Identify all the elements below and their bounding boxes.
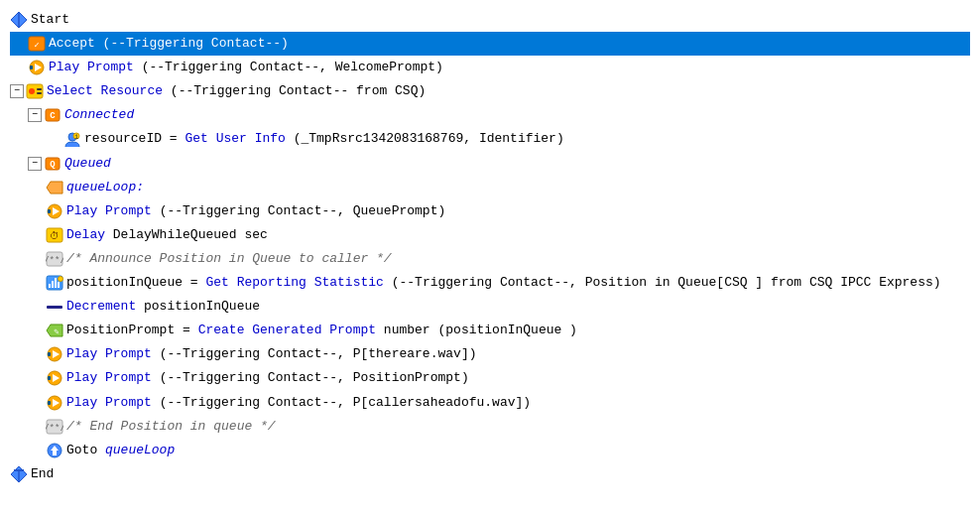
svg-rect-20 [48,209,51,213]
svg-rect-10 [37,92,42,94]
expand-btn[interactable]: − [28,157,42,171]
tree-row[interactable]: Play Prompt (--Triggering Contact--, Pos… [10,366,970,390]
node-label: Accept (--Triggering Contact--) [49,33,289,55]
svg-rect-27 [52,281,54,288]
node-label: Queued [64,153,111,175]
node-label: /* End Position in queue */ [66,416,276,438]
tree-row[interactable]: Goto queueLoop [10,439,970,462]
play-prompt-icon [46,202,63,220]
svg-text:✎: ✎ [54,327,60,337]
label-icon [46,179,63,196]
goto-icon [46,442,63,459]
svg-rect-6 [30,65,33,69]
node-label: Start [31,9,69,31]
node-label: Decrement positionInQueue [66,296,260,318]
svg-text:⏱: ⏱ [50,231,60,242]
connected-icon: C [44,106,61,124]
svg-rect-46 [53,451,57,455]
decrement-icon [46,298,63,316]
tree-row[interactable]: queueLoop: [10,176,970,199]
node-label: End [31,463,54,485]
svg-point-8 [29,88,35,94]
tree-row[interactable]: − Q Queued [10,152,970,176]
node-label: Goto queueLoop [66,440,175,461]
end-icon [10,465,28,483]
tree-row[interactable]: − C Connected [10,103,970,127]
tree-row[interactable]: ⏱ Delay DelayWhileQueued sec [10,223,970,247]
node-label: Play Prompt (--Triggering Contact--, Wel… [49,57,443,78]
node-label: Delay DelayWhileQueued sec [66,224,268,246]
svg-rect-29 [58,282,60,288]
svg-rect-31 [47,306,62,309]
accept-row[interactable]: ✓ Accept (--Triggering Contact--) [10,32,970,56]
comment-icon: /**/ [46,250,63,268]
expand-btn[interactable]: − [10,84,24,98]
node-label: Play Prompt (--Triggering Contact--, Que… [66,200,445,222]
tree-row[interactable]: /**/ /* Announce Position in Queue to ca… [10,247,970,271]
node-label: queueLoop: [66,177,144,198]
play-prompt-icon [46,369,63,387]
tree-row[interactable]: − Select Resource (--Triggering Contact-… [10,79,970,103]
tree-row[interactable]: ✎ PositionPrompt = Create Generated Prom… [10,319,970,342]
svg-text:✓: ✓ [34,41,39,51]
svg-text:/**/: /**/ [46,424,63,434]
svg-text:i: i [74,133,78,141]
select-resource-icon [26,82,44,100]
create-prompt-icon: ✎ [46,322,63,339]
tree-row[interactable]: Start [10,8,970,32]
tree-row[interactable]: positionInQueue = Get Reporting Statisti… [10,271,970,295]
expand-btn[interactable]: − [28,108,42,122]
node-label: positionInQueue = Get Reporting Statisti… [66,272,941,294]
tree-row[interactable]: i resourceID = Get User Info (_TmpRsrc13… [10,127,970,151]
svg-text:/**/: /**/ [46,256,63,266]
node-label: Select Resource (--Triggering Contact-- … [47,80,426,102]
svg-rect-9 [37,88,42,90]
svg-rect-38 [48,376,51,380]
get-reporting-icon [46,274,63,292]
node-label: PositionPrompt = Create Generated Prompt… [66,320,577,341]
tree-row[interactable]: Play Prompt (--Triggering Contact--, Wel… [10,56,970,79]
svg-rect-28 [55,278,57,288]
accept-icon: ✓ [28,35,46,53]
node-label: /* Announce Position in Queue to caller … [66,248,392,270]
play-prompt-icon [46,345,63,363]
node-label: resourceID = Get User Info (_TmpRsrc1342… [84,128,564,150]
tree-row[interactable]: /**/ /* End Position in queue */ [10,415,970,439]
queued-icon: Q [44,155,61,173]
play-prompt-icon [46,394,63,412]
tree-row[interactable]: Play Prompt (--Triggering Contact--, Que… [10,199,970,223]
svg-point-30 [59,277,63,282]
node-label: Play Prompt (--Triggering Contact--, P[c… [66,392,531,414]
workflow-tree: Start ✓ Accept (--Triggering Contact--) … [0,0,980,494]
svg-rect-41 [48,401,51,405]
comment-icon: /**/ [46,418,63,436]
svg-rect-35 [48,352,51,356]
tree-row[interactable]: End [10,462,970,486]
svg-rect-26 [49,284,51,288]
tree-row[interactable]: Play Prompt (--Triggering Contact--, P[c… [10,391,970,415]
user-info-icon: i [63,131,81,149]
svg-text:Q: Q [50,160,56,170]
node-label: Play Prompt (--Triggering Contact--, P[t… [66,343,476,365]
play-prompt-icon [28,59,46,76]
tree-row[interactable]: Decrement positionInQueue [10,295,970,319]
svg-text:C: C [50,111,56,121]
tree-row[interactable]: Play Prompt (--Triggering Contact--, P[t… [10,342,970,366]
node-label: Connected [64,104,134,126]
delay-icon: ⏱ [46,226,63,244]
node-label: Play Prompt (--Triggering Contact--, Pos… [66,367,469,389]
start-icon [10,11,28,29]
